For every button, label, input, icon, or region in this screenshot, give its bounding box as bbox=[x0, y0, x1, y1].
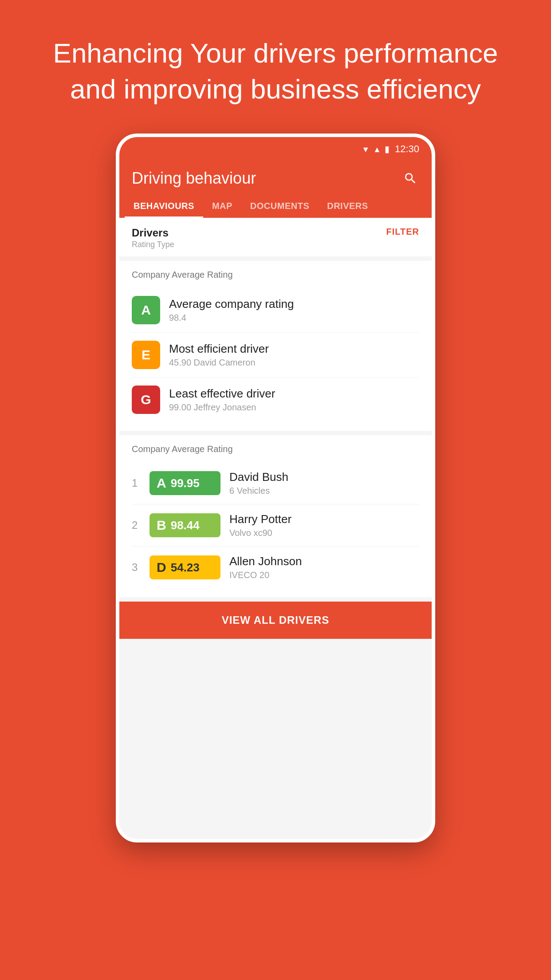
driver-score-badge-2: B 98.44 bbox=[150, 513, 220, 537]
tab-drivers[interactable]: DRIVERS bbox=[318, 195, 377, 218]
driver-score-badge-1: A 99.95 bbox=[150, 471, 220, 495]
driver-vehicle-3: IVECO 20 bbox=[229, 570, 302, 580]
filter-label-group: Drivers Rating Type bbox=[132, 227, 174, 249]
company-average-card: Company Average Rating A Average company… bbox=[119, 261, 432, 431]
driver-score-letter-3: D bbox=[157, 560, 166, 575]
least-effective-info: Least effective driver 99.00 Jeffrey Jon… bbox=[169, 387, 275, 413]
average-badge: A bbox=[132, 296, 160, 324]
average-info: Average company rating 98.4 bbox=[169, 297, 294, 323]
status-icons bbox=[362, 143, 390, 155]
efficient-driver-row: E Most efficient driver 45.90 David Came… bbox=[132, 333, 419, 378]
content-area: Drivers Rating Type FILTER Company Avera… bbox=[119, 218, 432, 839]
driver-vehicle-2: Volvo xc90 bbox=[229, 528, 291, 538]
efficient-badge: E bbox=[132, 341, 160, 369]
average-sub: 98.4 bbox=[169, 313, 294, 323]
least-effective-row: G Least effective driver 99.00 Jeffrey J… bbox=[132, 378, 419, 422]
driver-score-badge-3: D 54.23 bbox=[150, 555, 220, 579]
driver-score-num-2: 98.44 bbox=[171, 519, 200, 532]
driver-name-2: Harry Potter bbox=[229, 512, 291, 526]
filter-title: Drivers bbox=[132, 227, 174, 239]
least-effective-name: Least effective driver bbox=[169, 387, 275, 401]
driver-name-3: Allen Johnson bbox=[229, 555, 302, 568]
search-icon bbox=[403, 171, 417, 185]
average-rating-row: A Average company rating 98.4 bbox=[132, 288, 419, 333]
phone-frame: 12:30 Driving behaviour BEHAVIOURS MAP D… bbox=[116, 134, 435, 842]
tab-map[interactable]: MAP bbox=[203, 195, 241, 218]
driver-score-num-3: 54.23 bbox=[171, 561, 200, 575]
phone-wrapper: 12:30 Driving behaviour BEHAVIOURS MAP D… bbox=[0, 134, 551, 842]
status-time: 12:30 bbox=[395, 143, 419, 155]
hero-title: Enhancing Your drivers performance and i… bbox=[0, 0, 551, 134]
driver-row-3: 3 D 54.23 Allen Johnson IVECO 20 bbox=[132, 547, 419, 588]
driver-rank-1: 1 bbox=[132, 477, 150, 489]
tab-bar: BEHAVIOURS MAP DOCUMENTS DRIVERS bbox=[119, 195, 432, 218]
wifi-icon bbox=[362, 143, 370, 155]
efficient-info: Most efficient driver 45.90 David Camero… bbox=[169, 342, 269, 368]
drivers-list-card: Company Average Rating 1 A 99.95 David B… bbox=[119, 435, 432, 597]
driver-score-letter-2: B bbox=[157, 518, 166, 533]
filter-subtitle: Rating Type bbox=[132, 240, 174, 249]
driver-details-2: Harry Potter Volvo xc90 bbox=[229, 512, 291, 538]
tab-behaviours[interactable]: BEHAVIOURS bbox=[125, 195, 203, 218]
driver-name-1: David Bush bbox=[229, 470, 288, 484]
company-average-title: Company Average Rating bbox=[132, 270, 419, 280]
search-button[interactable] bbox=[401, 169, 419, 187]
driver-row-1: 1 A 99.95 David Bush 6 Vehicles bbox=[132, 462, 419, 504]
driver-score-letter-1: A bbox=[157, 476, 166, 491]
driver-details-3: Allen Johnson IVECO 20 bbox=[229, 555, 302, 580]
least-effective-sub: 99.00 Jeffrey Jonasen bbox=[169, 402, 275, 413]
battery-icon bbox=[385, 143, 390, 155]
tab-documents[interactable]: DOCUMENTS bbox=[241, 195, 318, 218]
drivers-list-title: Company Average Rating bbox=[132, 444, 419, 454]
filter-button[interactable]: FILTER bbox=[386, 227, 419, 237]
app-title: Driving behaviour bbox=[132, 169, 256, 188]
filter-bar: Drivers Rating Type FILTER bbox=[119, 218, 432, 256]
efficient-sub: 45.90 David Cameron bbox=[169, 358, 269, 368]
view-all-button[interactable]: VIEW ALL DRIVERS bbox=[119, 602, 432, 639]
driver-details-1: David Bush 6 Vehicles bbox=[229, 470, 288, 496]
driver-row-2: 2 B 98.44 Harry Potter Volvo xc90 bbox=[132, 504, 419, 547]
driver-rank-3: 3 bbox=[132, 561, 150, 574]
average-name: Average company rating bbox=[169, 297, 294, 311]
driver-score-num-1: 99.95 bbox=[171, 476, 200, 490]
least-effective-badge: G bbox=[132, 386, 160, 414]
driver-rank-2: 2 bbox=[132, 519, 150, 531]
app-bar: Driving behaviour bbox=[119, 161, 432, 195]
driver-vehicle-1: 6 Vehicles bbox=[229, 486, 288, 496]
signal-icon bbox=[373, 143, 381, 155]
efficient-name: Most efficient driver bbox=[169, 342, 269, 356]
status-bar: 12:30 bbox=[119, 137, 432, 161]
